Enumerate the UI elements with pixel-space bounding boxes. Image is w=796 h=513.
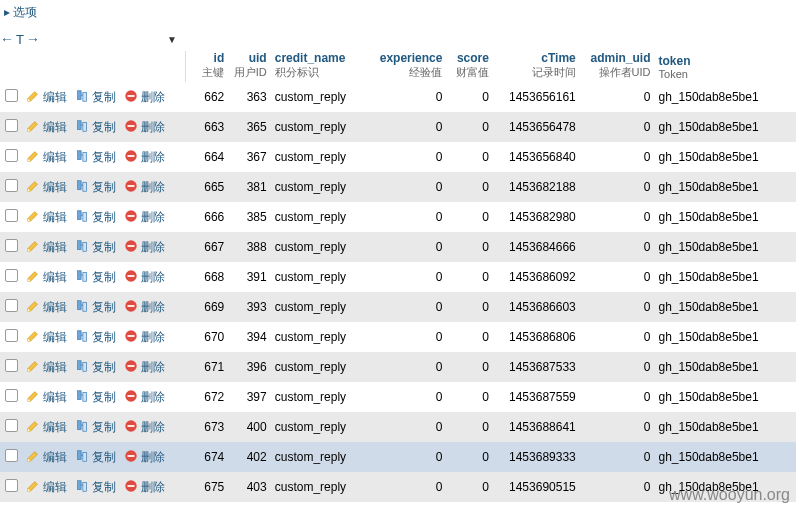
copy-icon <box>75 389 89 406</box>
edit-button[interactable]: 编辑 <box>26 479 67 496</box>
watermark-text: www.wooyun.org <box>669 486 790 502</box>
copy-button[interactable]: 复制 <box>75 89 116 106</box>
edit-button[interactable]: 编辑 <box>26 329 67 346</box>
copy-button[interactable]: 复制 <box>75 389 116 406</box>
edit-button[interactable]: 编辑 <box>26 209 67 226</box>
row-checkbox[interactable] <box>5 119 18 132</box>
delete-button[interactable]: 删除 <box>124 149 165 166</box>
row-checkbox[interactable] <box>5 89 18 102</box>
table-row[interactable]: 编辑 复制 删除 665 381 custom_reply 0 0 145368… <box>0 172 796 202</box>
delete-button[interactable]: 删除 <box>124 299 165 316</box>
col-uid[interactable]: uid用户ID <box>228 51 270 82</box>
row-checkbox[interactable] <box>5 149 18 162</box>
arrow-left-icon[interactable]: ← <box>0 31 14 47</box>
delete-button[interactable]: 删除 <box>124 179 165 196</box>
delete-button[interactable]: 删除 <box>124 389 165 406</box>
edit-button[interactable]: 编辑 <box>26 359 67 376</box>
t-toggle-icon[interactable]: T <box>16 32 24 47</box>
copy-icon <box>75 149 89 166</box>
copy-button[interactable]: 复制 <box>75 209 116 226</box>
table-row[interactable]: 编辑 复制 删除 663 365 custom_reply 0 0 145365… <box>0 112 796 142</box>
table-row[interactable]: 编辑 复制 删除 664 367 custom_reply 0 0 145365… <box>0 142 796 172</box>
col-id[interactable]: id主键 <box>186 51 228 82</box>
data-table: id主键 uid用户ID credit_name积分标识 experience经… <box>0 51 796 502</box>
cell-admin-uid: 0 <box>580 292 655 322</box>
col-experience[interactable]: experience经验值 <box>368 51 447 82</box>
svg-rect-24 <box>78 270 82 279</box>
col-admin-uid[interactable]: admin_uid操作者UID <box>580 51 655 82</box>
table-row[interactable]: 编辑 复制 删除 662 363 custom_reply 0 0 145365… <box>0 82 796 112</box>
edit-button[interactable]: 编辑 <box>26 299 67 316</box>
copy-button[interactable]: 复制 <box>75 239 116 256</box>
cell-credit: custom_reply <box>271 352 368 382</box>
row-checkbox[interactable] <box>5 389 18 402</box>
col-token[interactable]: tokenToken <box>655 51 796 82</box>
table-row[interactable]: 编辑 复制 删除 673 400 custom_reply 0 0 145368… <box>0 412 796 442</box>
copy-button[interactable]: 复制 <box>75 359 116 376</box>
delete-button[interactable]: 删除 <box>124 119 165 136</box>
row-checkbox[interactable] <box>5 449 18 462</box>
col-credit[interactable]: credit_name积分标识 <box>271 51 368 82</box>
delete-button[interactable]: 删除 <box>124 359 165 376</box>
row-checkbox[interactable] <box>5 479 18 492</box>
copy-button[interactable]: 复制 <box>75 449 116 466</box>
row-checkbox[interactable] <box>5 239 18 252</box>
copy-button[interactable]: 复制 <box>75 479 116 496</box>
edit-button[interactable]: 编辑 <box>26 419 67 436</box>
copy-button[interactable]: 复制 <box>75 329 116 346</box>
edit-button[interactable]: 编辑 <box>26 269 67 286</box>
edit-button[interactable]: 编辑 <box>26 389 67 406</box>
table-row[interactable]: 编辑 复制 删除 670 394 custom_reply 0 0 145368… <box>0 322 796 352</box>
row-checkbox[interactable] <box>5 359 18 372</box>
delete-button[interactable]: 删除 <box>124 209 165 226</box>
edit-button[interactable]: 编辑 <box>26 119 67 136</box>
copy-button[interactable]: 复制 <box>75 119 116 136</box>
cell-admin-uid: 0 <box>580 472 655 502</box>
cell-experience: 0 <box>368 382 447 412</box>
edit-button[interactable]: 编辑 <box>26 449 67 466</box>
row-checkbox[interactable] <box>5 419 18 432</box>
copy-button[interactable]: 复制 <box>75 419 116 436</box>
row-checkbox[interactable] <box>5 179 18 192</box>
copy-button[interactable]: 复制 <box>75 149 116 166</box>
delete-button[interactable]: 删除 <box>124 269 165 286</box>
row-checkbox[interactable] <box>5 209 18 222</box>
table-row[interactable]: 编辑 复制 删除 666 385 custom_reply 0 0 145368… <box>0 202 796 232</box>
copy-button[interactable]: 复制 <box>75 299 116 316</box>
table-row[interactable]: 编辑 复制 删除 672 397 custom_reply 0 0 145368… <box>0 382 796 412</box>
row-checkbox[interactable] <box>5 329 18 342</box>
cell-ctime: 1453682980 <box>493 202 580 232</box>
edit-button[interactable]: 编辑 <box>26 149 67 166</box>
col-score[interactable]: score财富值 <box>446 51 492 82</box>
row-checkbox[interactable] <box>5 299 18 312</box>
delete-button[interactable]: 删除 <box>124 449 165 466</box>
edit-button[interactable]: 编辑 <box>26 179 67 196</box>
copy-button[interactable]: 复制 <box>75 179 116 196</box>
options-link[interactable]: 选项 <box>13 5 37 19</box>
delete-button[interactable]: 删除 <box>124 479 165 496</box>
delete-button[interactable]: 删除 <box>124 239 165 256</box>
delete-button[interactable]: 删除 <box>124 89 165 106</box>
cell-uid: 403 <box>228 472 270 502</box>
copy-button[interactable]: 复制 <box>75 269 116 286</box>
cell-token: gh_150dab8e5be1 <box>655 382 796 412</box>
delete-button[interactable]: 删除 <box>124 419 165 436</box>
table-row[interactable]: 编辑 复制 删除 667 388 custom_reply 0 0 145368… <box>0 232 796 262</box>
table-row[interactable]: 编辑 复制 删除 671 396 custom_reply 0 0 145368… <box>0 352 796 382</box>
sort-dropdown-icon[interactable]: ▼ <box>167 34 177 45</box>
col-ctime[interactable]: cTime记录时间 <box>493 51 580 82</box>
table-row[interactable]: 编辑 复制 删除 674 402 custom_reply 0 0 145368… <box>0 442 796 472</box>
delete-button[interactable]: 删除 <box>124 329 165 346</box>
cell-experience: 0 <box>368 172 447 202</box>
arrow-right-icon[interactable]: → <box>26 31 40 47</box>
copy-icon <box>75 209 89 226</box>
edit-button[interactable]: 编辑 <box>26 239 67 256</box>
delete-icon <box>124 269 138 286</box>
cell-token: gh_150dab8e5be1 <box>655 232 796 262</box>
row-checkbox[interactable] <box>5 269 18 282</box>
edit-button[interactable]: 编辑 <box>26 89 67 106</box>
cell-ctime: 1453690515 <box>493 472 580 502</box>
table-row[interactable]: 编辑 复制 删除 668 391 custom_reply 0 0 145368… <box>0 262 796 292</box>
delete-icon <box>124 419 138 436</box>
table-row[interactable]: 编辑 复制 删除 669 393 custom_reply 0 0 145368… <box>0 292 796 322</box>
